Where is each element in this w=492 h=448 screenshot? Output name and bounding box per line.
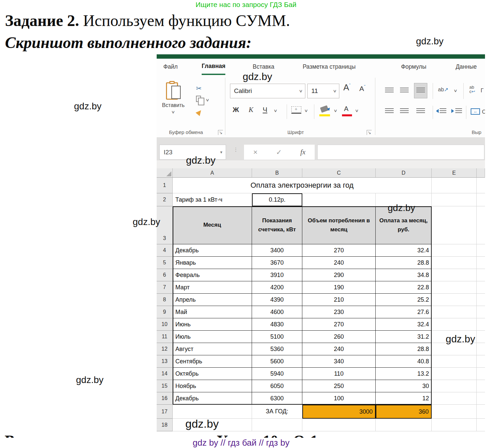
pay-cell[interactable]: 32.4 [376,244,432,257]
volume-cell[interactable]: 270 [302,318,376,331]
enter-icon[interactable]: ✓ [276,148,282,156]
cell-a17[interactable] [173,405,252,419]
empty-cell[interactable] [477,331,485,343]
empty-cell[interactable] [477,392,485,405]
empty-cell[interactable] [432,281,477,294]
volume-cell[interactable]: 110 [302,368,376,380]
increase-indent-icon[interactable] [455,108,462,114]
meter-cell[interactable]: 5100 [252,331,302,343]
column-header-f-partial[interactable] [477,168,485,178]
empty-cell[interactable] [432,343,477,355]
borders-chevron-icon[interactable]: ∨ [304,108,308,113]
empty-cell[interactable] [477,244,485,257]
column-header-a[interactable]: A [173,168,252,178]
meter-cell[interactable]: 4600 [252,306,302,318]
cell-f3[interactable] [477,206,485,244]
cut-scissors-icon[interactable]: ✂ [196,84,202,92]
empty-cell[interactable] [477,257,485,269]
cell-f17[interactable] [477,405,485,419]
pay-cell[interactable]: 32.4 [376,318,432,331]
cell-e18[interactable] [432,419,477,431]
row-header-1[interactable]: 1 [157,178,173,193]
cell-a1-title[interactable]: Оплата электроэнергии за год [173,178,432,193]
meter-cell[interactable]: 3670 [252,257,302,269]
select-all-corner[interactable] [157,168,173,178]
empty-cell[interactable] [477,343,485,355]
font-size-combobox[interactable]: 11 ∨ [307,84,339,98]
pay-cell[interactable]: 25.2 [376,294,432,306]
pay-cell[interactable]: 28.8 [376,343,432,355]
month-cell[interactable]: Октябрь [173,368,252,380]
font-color-chevron-icon[interactable]: ∨ [355,108,359,113]
cell-f2[interactable] [477,193,485,206]
column-header-b[interactable]: B [252,168,302,178]
cell-f1[interactable] [477,178,485,193]
volume-cell[interactable]: 290 [302,269,376,281]
cell-a2-tariff-label[interactable]: Тариф за 1 кВт-ч [173,193,252,206]
font-name-chevron-icon[interactable]: ∨ [299,89,303,93]
cell-c17-total-volume[interactable]: 3000 [302,405,376,419]
empty-cell[interactable] [432,257,477,269]
volume-cell[interactable]: 260 [302,331,376,343]
align-left-icon[interactable] [385,108,394,114]
pay-cell[interactable]: 13.2 [376,368,432,380]
cell-f18[interactable] [477,419,485,431]
volume-cell[interactable]: 340 [302,355,376,368]
formula-bar-grip-icon[interactable]: ⋮ [233,148,238,151]
pay-cell[interactable]: 12 [376,392,432,405]
clipboard-dialog-launcher-icon[interactable]: ↘ [218,130,223,135]
volume-cell[interactable]: 190 [302,281,376,294]
font-name-combobox[interactable]: Calibri ∨ [230,84,305,98]
row-header[interactable]: 10 [157,318,173,331]
volume-cell[interactable]: 250 [302,380,376,392]
pay-cell[interactable]: 40.8 [376,355,432,368]
pay-cell[interactable]: 22.8 [376,281,432,294]
empty-cell[interactable] [477,355,485,368]
tab-file[interactable]: Файл [163,59,178,75]
volume-cell[interactable]: 210 [302,294,376,306]
format-painter-icon[interactable] [196,109,203,116]
fill-color-bucket-icon[interactable] [320,105,329,113]
font-color-button[interactable]: А [344,105,348,113]
align-center-icon[interactable] [400,108,409,114]
tab-layout[interactable]: Разметка страницы [303,59,356,75]
underline-chevron-icon[interactable]: ∨ [273,108,277,113]
orientation-icon[interactable]: ab↗ [438,86,448,93]
fill-color-chevron-icon[interactable]: ∨ [333,108,337,113]
pay-cell[interactable]: 27.6 [376,306,432,318]
row-header[interactable]: 15 [157,380,173,392]
name-box-dropdown-icon[interactable]: ▾ [220,150,222,155]
month-cell[interactable]: Январь [173,257,252,269]
month-cell[interactable]: Декабрь [173,392,252,405]
bold-button[interactable]: Ж [233,106,239,114]
cancel-icon[interactable]: × [253,148,258,157]
empty-cell[interactable] [477,318,485,331]
meter-cell[interactable]: 4390 [252,294,302,306]
orientation-chevron-icon[interactable]: ∨ [453,88,457,93]
row-header[interactable]: 16 [157,392,173,405]
row-header-18[interactable]: 18 [157,419,173,431]
row-header[interactable]: 5 [157,257,173,269]
font-color-bar[interactable] [342,114,352,116]
cell-e2[interactable] [432,193,477,206]
cell-e1[interactable] [432,178,477,193]
row-header[interactable]: 7 [157,281,173,294]
meter-cell[interactable]: 5600 [252,355,302,368]
cell-d17-total-pay[interactable]: 360 [376,405,432,419]
meter-cell[interactable]: 3400 [252,244,302,257]
cell-b17-total-label[interactable]: ЗА ГОД: [252,405,302,419]
volume-cell[interactable]: 240 [302,343,376,355]
cell-b18[interactable] [252,419,302,431]
decrease-indent-arrow-icon[interactable] [436,109,439,113]
month-cell[interactable]: Август [173,343,252,355]
cell-e3[interactable] [432,206,477,244]
month-cell[interactable]: Май [173,306,252,318]
paste-button[interactable] [166,81,181,100]
align-right-icon[interactable] [416,108,425,114]
align-bottom-icon[interactable] [416,88,425,93]
empty-cell[interactable] [477,269,485,281]
meter-cell[interactable]: 3910 [252,269,302,281]
row-header[interactable]: 14 [157,368,173,380]
row-header[interactable]: 6 [157,269,173,281]
pay-cell[interactable]: 31.2 [376,331,432,343]
